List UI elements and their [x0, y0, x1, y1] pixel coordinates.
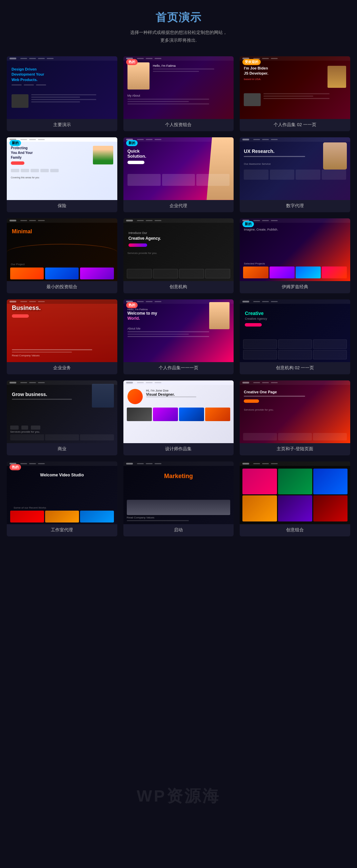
- c8-title: Creative Agency.: [128, 236, 229, 241]
- card-video-studio[interactable]: 热的 Welcome Video Studio: [7, 461, 117, 536]
- c3-title: I'm Joe BidenJS Developer.: [244, 66, 324, 76]
- mock-nav-12: [240, 299, 350, 304]
- c5-btn: [127, 161, 144, 164]
- c3-about-img: [244, 93, 261, 106]
- card-preview-11: 热的 Hello, I'm Fatima Welcome to myWorld.: [123, 299, 234, 362]
- c13-hand: [92, 384, 114, 408]
- card-digital-agency[interactable]: UX Research. Our Awesome Service 数字代理: [240, 137, 350, 212]
- mock-nav-1: [7, 56, 117, 61]
- c13-services: Services provide for you.: [10, 430, 114, 440]
- mock-nav-4: [7, 137, 117, 142]
- c16-works-label: Some of our Recent Works: [10, 506, 114, 511]
- mock-menu-16: [20, 463, 45, 464]
- c16-works: [10, 511, 114, 522]
- card-preview-17: Marketing Read Company Values: [123, 461, 234, 524]
- card-main-child-landing[interactable]: Creative One Page Services provide for y…: [240, 380, 350, 455]
- card-igylogo-classic[interactable]: 新的 Imagine, Create, Publish.: [240, 218, 350, 293]
- c8-content: Introduce Our Creative Agency.: [123, 223, 234, 250]
- card-preview-1: Design DrivenDevelopment YourWeb Product…: [7, 56, 117, 119]
- card-preview-8: Introduce Our Creative Agency. Services …: [123, 218, 234, 281]
- card-preview-12: Creative Creative Agency: [240, 299, 350, 362]
- mock-menu-4: [20, 139, 45, 140]
- mock-nav-15: [240, 380, 350, 385]
- card-label-15: 主页和子-登陆页面: [240, 443, 350, 455]
- card-label-6: 数字代理: [240, 200, 350, 212]
- badge-new-4: 新的: [9, 140, 21, 146]
- card-creative-02[interactable]: Creative Creative Agency 创意机构 02 一一页: [240, 299, 350, 374]
- c5-title: QuickSolution.: [127, 149, 230, 159]
- mock-menu-6: [253, 139, 278, 140]
- c14-hi: Hi, I'm Jone Doe: [146, 389, 230, 392]
- mock-menu-7: [20, 220, 45, 221]
- card-business-commercial[interactable]: Grow business. Services provide for you.: [7, 380, 117, 455]
- card-preview-14: Hi, I'm Jone Doe Visual Designer.: [123, 380, 234, 443]
- c14-name: Visual Designer.: [146, 392, 230, 396]
- mock-logo-1: [9, 58, 16, 59]
- card-creative-group[interactable]: 创意组合: [240, 461, 350, 536]
- card-label-11: 个人作品集一一一页: [123, 362, 234, 374]
- badge-popular-3: 受欢迎的: [242, 59, 261, 65]
- card-label-17: 启动: [123, 524, 234, 536]
- c12-btn: [245, 323, 262, 327]
- c17-content: Marketing: [123, 466, 234, 484]
- mock-logo-13: [9, 382, 16, 383]
- mock-menu-5: [137, 139, 161, 140]
- card-designer-portfolio[interactable]: Hi, I'm Jone Doe Visual Designer. 设计师作品集: [123, 380, 234, 455]
- card-personal-portfolio[interactable]: 热的 Hello, I'm Fatima: [123, 56, 234, 131]
- card-preview-2: 热的 Hello, I'm Fatima: [123, 56, 234, 119]
- c12-grid: [243, 339, 347, 359]
- card-main-demo[interactable]: Design DrivenDevelopment YourWeb Product…: [7, 56, 117, 131]
- card-preview-6: UX Research. Our Awesome Service: [240, 137, 350, 200]
- card-label-8: 创意机构: [123, 281, 234, 293]
- demo-grid: Design DrivenDevelopment YourWeb Product…: [7, 56, 350, 536]
- c4-text: ProtectingYou And YourFamily: [11, 146, 90, 165]
- mock-nav-17: [123, 461, 234, 466]
- mock-menu-17: [137, 463, 161, 464]
- mock-nav-18: [240, 461, 350, 466]
- c14-avatar: [127, 389, 143, 404]
- c5-services: [123, 172, 234, 186]
- c11-face: [209, 302, 230, 329]
- c1-title: Design DrivenDevelopment YourWeb Product…: [12, 67, 113, 82]
- c12-content: Creative Creative Agency: [240, 304, 350, 329]
- card-business[interactable]: Business. Read Company Values 企业业务: [7, 299, 117, 374]
- mock-menu-10: [20, 301, 45, 302]
- card-preview-3: 受欢迎的 I'm Joe BidenJS Developer. based in…: [240, 56, 350, 119]
- c10-title: Business.: [12, 304, 41, 312]
- c12-sub: Creative Agency: [245, 317, 345, 320]
- card-insurance[interactable]: 新的 ProtectingYou And YourFamily: [7, 137, 117, 212]
- card-preview-16: 热的 Welcome Video Studio: [7, 461, 117, 524]
- card-agency[interactable]: 新的 QuickSolution.: [123, 137, 234, 212]
- card-preview-13: Grow business. Services provide for you.: [7, 380, 117, 443]
- c1-about-img: [12, 94, 28, 108]
- c9-content: Imagine, Create, Publish.: [240, 223, 350, 237]
- c15-service-label: Services provide for you.: [240, 406, 350, 414]
- mock-logo-12: [242, 301, 249, 302]
- page-subtitle: 选择一种样式或根据您的想法轻松定制您的网站， 更多演示即将推出.: [7, 28, 350, 44]
- card-portfolio-02[interactable]: 受欢迎的 I'm Joe BidenJS Developer. based in…: [240, 56, 350, 131]
- card-preview-10: Business. Read Company Values: [7, 299, 117, 362]
- card-label-13: 商业: [7, 443, 117, 455]
- badge-new-9: 新的: [242, 221, 254, 227]
- mock-menu-9: [253, 220, 278, 221]
- c5-content: QuickSolution.: [123, 142, 234, 172]
- card-creative-agency[interactable]: Introduce Our Creative Agency. Services …: [123, 218, 234, 293]
- mock-nav-2: [123, 56, 234, 61]
- card-minimal-portfolio[interactable]: Minimal Our Project 最小的投资组合: [7, 218, 117, 293]
- mock-menu-1: [20, 58, 54, 59]
- c9-projects: Selected Projects: [240, 262, 350, 278]
- c2-about-title: My About: [127, 94, 230, 97]
- c1-about-text: [31, 94, 113, 108]
- c13-logos: [10, 426, 114, 430]
- card-preview-9: 新的 Imagine, Create, Publish.: [240, 218, 350, 281]
- mock-logo-15: [242, 382, 249, 383]
- card-startup[interactable]: Marketing Read Company Values 启动: [123, 461, 234, 536]
- c10-content: Business.: [12, 304, 41, 318]
- card-personal-one-page[interactable]: 热的 Hello, I'm Fatima Welcome to myWorld.: [123, 299, 234, 374]
- mock-menu-2: [137, 58, 161, 59]
- c14-content: Hi, I'm Jone Doe Visual Designer.: [123, 385, 234, 406]
- card-label-1: 主要演示: [7, 119, 117, 131]
- mock-nav-10: [7, 299, 117, 304]
- c4-hero: ProtectingYou And YourFamily: [7, 142, 117, 167]
- mock-logo-17: [126, 463, 133, 465]
